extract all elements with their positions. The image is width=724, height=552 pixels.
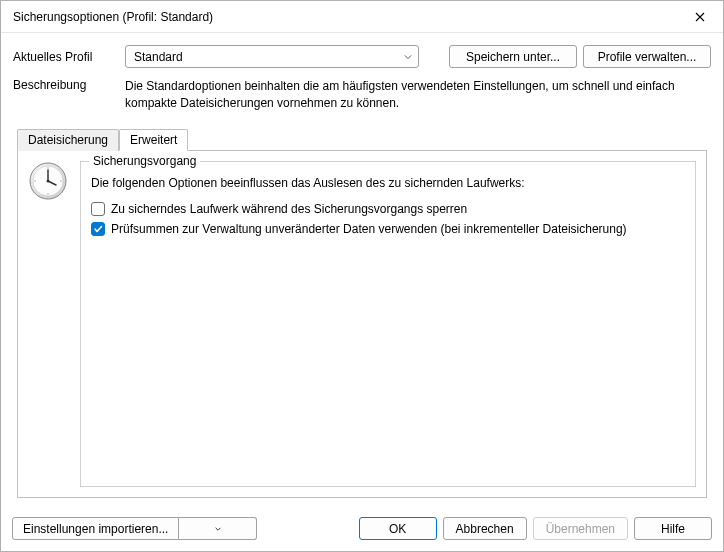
chevron-down-icon (214, 525, 222, 533)
apply-button: Übernehmen (533, 517, 628, 540)
checkbox-use-checksums-label[interactable]: Prüfsummen zur Verwaltung unveränderter … (111, 222, 627, 236)
svg-point-4 (47, 179, 50, 182)
import-settings-dropdown[interactable] (179, 517, 257, 540)
svg-point-7 (47, 193, 48, 194)
checkbox-use-checksums[interactable] (91, 222, 105, 236)
svg-point-5 (47, 167, 48, 168)
profile-select-value: Standard (134, 50, 183, 64)
profile-select[interactable]: Standard (125, 45, 419, 68)
group-description: Die folgenden Optionen beeinflussen das … (91, 176, 685, 190)
checkbox-lock-drive[interactable] (91, 202, 105, 216)
save-as-button[interactable]: Speichern unter... (449, 45, 577, 68)
ok-button[interactable]: OK (359, 517, 437, 540)
current-profile-label: Aktuelles Profil (13, 50, 125, 64)
window-title: Sicherungsoptionen (Profil: Standard) (13, 10, 213, 24)
svg-point-6 (60, 180, 61, 181)
description-text: Die Standardoptionen beinhalten die am h… (125, 78, 711, 112)
clock-icon (28, 161, 68, 487)
backup-process-group: Sicherungsvorgang Die folgenden Optionen… (80, 161, 696, 487)
help-button[interactable]: Hilfe (634, 517, 712, 540)
import-settings-button[interactable]: Einstellungen importieren... (12, 517, 179, 540)
chevron-down-icon (404, 53, 412, 61)
group-title: Sicherungsvorgang (89, 154, 200, 168)
tab-file-backup[interactable]: Dateisicherung (17, 129, 119, 151)
close-icon (695, 12, 705, 22)
tab-advanced[interactable]: Erweitert (119, 129, 188, 151)
close-button[interactable] (677, 1, 723, 33)
checkbox-lock-drive-label[interactable]: Zu sicherndes Laufwerk während des Siche… (111, 202, 467, 216)
svg-point-8 (34, 180, 35, 181)
manage-profiles-button[interactable]: Profile verwalten... (583, 45, 711, 68)
description-label: Beschreibung (13, 78, 125, 112)
check-icon (93, 224, 103, 234)
cancel-button[interactable]: Abbrechen (443, 517, 527, 540)
